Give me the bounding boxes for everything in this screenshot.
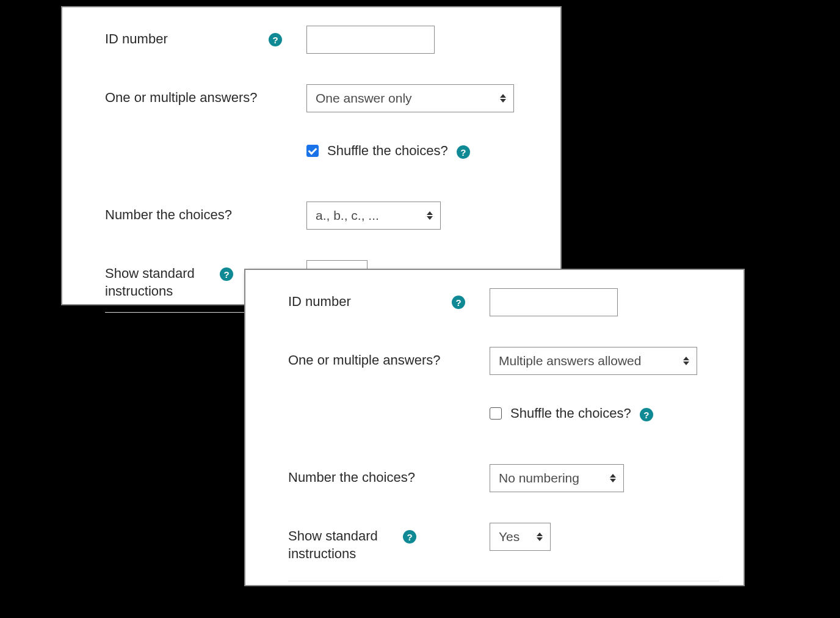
settings-panel-2: ID number ? One or multiple answers? Mul… — [244, 269, 745, 586]
number-choices-label: Number the choices? — [105, 206, 282, 224]
show-instructions-select[interactable]: Yes — [490, 523, 551, 551]
shuffle-label: Shuffle the choices? — [327, 143, 448, 159]
id-number-input[interactable] — [490, 288, 618, 316]
show-instructions-value: Yes — [499, 529, 520, 544]
one-or-multiple-value: One answer only — [316, 91, 412, 106]
chevron-sort-icon — [500, 94, 506, 103]
shuffle-label: Shuffle the choices? — [510, 405, 631, 421]
help-icon[interactable]: ? — [452, 296, 465, 309]
help-icon[interactable]: ? — [269, 33, 282, 46]
number-choices-select[interactable]: a., b., c., ... — [306, 202, 441, 230]
number-choices-select[interactable]: No numbering — [490, 464, 624, 492]
one-or-multiple-label: One or multiple answers? — [105, 89, 282, 107]
id-number-label: ID number — [105, 31, 264, 48]
id-number-label: ID number — [288, 293, 447, 311]
one-or-multiple-row: One or multiple answers? One answer only — [105, 84, 536, 112]
id-number-row: ID number ? — [105, 26, 536, 54]
show-instructions-label: Show standard instructions — [105, 265, 215, 300]
number-choices-row: Number the choices? No numbering — [288, 464, 719, 492]
chevron-sort-icon — [683, 357, 689, 365]
show-instructions-row: Show standard instructions ? Yes — [288, 523, 719, 562]
show-instructions-label: Show standard instructions — [288, 528, 398, 562]
help-icon[interactable]: ? — [457, 145, 470, 159]
chevron-sort-icon — [537, 533, 543, 541]
settings-panel-1: ID number ? One or multiple answers? One… — [61, 6, 562, 305]
one-or-multiple-select[interactable]: One answer only — [306, 84, 514, 112]
help-icon[interactable]: ? — [403, 530, 416, 543]
one-or-multiple-select[interactable]: Multiple answers allowed — [490, 347, 697, 375]
shuffle-row: Shuffle the choices? ? — [288, 405, 719, 434]
chevron-sort-icon — [610, 474, 616, 482]
number-choices-row: Number the choices? a., b., c., ... — [105, 202, 536, 230]
one-or-multiple-label: One or multiple answers? — [288, 352, 465, 369]
shuffle-row: Shuffle the choices? ? — [105, 143, 536, 171]
help-icon[interactable]: ? — [220, 267, 233, 281]
id-number-row: ID number ? — [288, 288, 719, 316]
one-or-multiple-row: One or multiple answers? Multiple answer… — [288, 347, 719, 375]
number-choices-label: Number the choices? — [288, 469, 465, 487]
one-or-multiple-value: Multiple answers allowed — [499, 354, 641, 368]
shuffle-checkbox[interactable] — [306, 145, 319, 157]
number-choices-value: No numbering — [499, 471, 579, 485]
chevron-sort-icon — [427, 211, 433, 220]
id-number-input[interactable] — [306, 26, 435, 54]
divider — [288, 581, 719, 581]
number-choices-value: a., b., c., ... — [316, 208, 379, 223]
help-icon[interactable]: ? — [640, 408, 653, 421]
shuffle-checkbox[interactable] — [490, 407, 502, 420]
